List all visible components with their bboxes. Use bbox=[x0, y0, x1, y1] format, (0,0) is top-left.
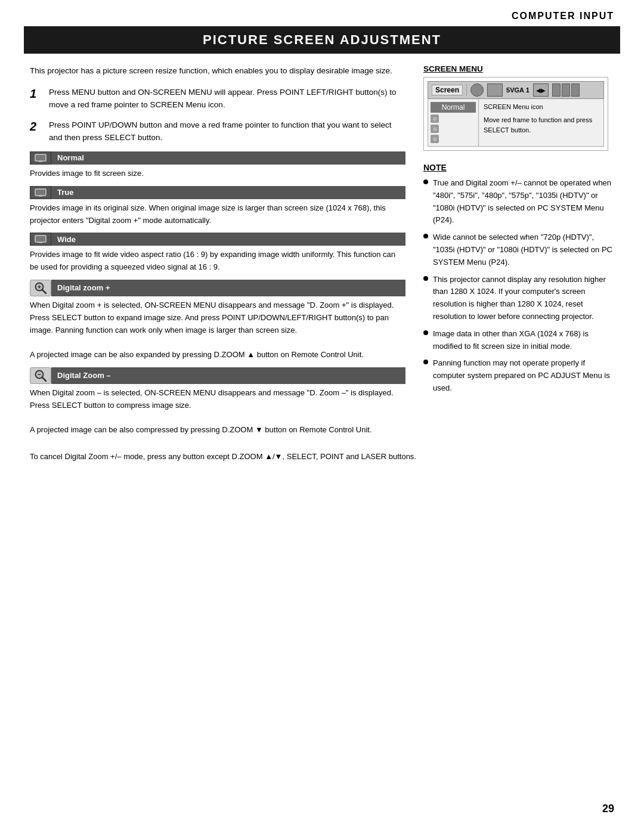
screen-menu-section: SCREEN MENU Screen 5VGA 1 ◀▶ bbox=[423, 64, 614, 151]
function-true-description: Provides image in its original size. Whe… bbox=[30, 202, 405, 227]
svg-rect-4 bbox=[35, 236, 46, 242]
step-2: 2 Press POINT UP/DOWN button and move a … bbox=[30, 119, 405, 144]
function-wide-header: Wide bbox=[30, 233, 405, 246]
note-bullet-4 bbox=[423, 330, 428, 335]
note-text-1: True and Digital zoom +/– cannot be oper… bbox=[433, 177, 614, 227]
svg-rect-2 bbox=[35, 189, 46, 196]
menu-screen-tab: Screen bbox=[432, 85, 463, 95]
function-dzoom-plus-description: When Digital zoom + is selected, ON-SCRE… bbox=[30, 299, 405, 361]
step-1-text: Press MENU button and ON-SCREEN MENU wil… bbox=[49, 86, 405, 112]
signal-label: 5VGA 1 bbox=[506, 86, 530, 94]
step-2-text: Press POINT UP/DOWN button and move a re… bbox=[49, 119, 405, 144]
note-item-3: This projector cannot display any resolu… bbox=[423, 274, 614, 323]
screen-menu-label: SCREEN MENU bbox=[423, 64, 614, 73]
note-item-1: True and Digital zoom +/– cannot be oper… bbox=[423, 177, 614, 227]
svg-rect-0 bbox=[35, 154, 46, 161]
function-dzoom-minus-description: When Digital zoom – is selected, ON-SCRE… bbox=[30, 387, 405, 436]
svg-rect-3 bbox=[39, 196, 42, 197]
computer-input-label: COMPUTER INPUT bbox=[512, 11, 614, 21]
note-item-4: Image data in other than XGA (1024 x 768… bbox=[423, 328, 614, 353]
annotation-screen-menu-icon: SCREEN Menu icon bbox=[484, 102, 599, 113]
right-column: SCREEN MENU Screen 5VGA 1 ◀▶ bbox=[423, 64, 614, 442]
note-item-2: Wide cannot be selected when "720p (HDTV… bbox=[423, 231, 614, 268]
page-title: PICTURE SCREEN ADJUSTMENT bbox=[36, 32, 608, 48]
function-dzoom-plus-header: Digital zoom + bbox=[30, 280, 405, 296]
intro-text: This projector has a picture screen resi… bbox=[30, 64, 405, 78]
zoom-icon-minus bbox=[30, 367, 51, 384]
title-bar: PICTURE SCREEN ADJUSTMENT bbox=[24, 26, 620, 54]
function-normal-label: Normal bbox=[51, 151, 405, 165]
note-bullet-2 bbox=[423, 234, 428, 239]
svg-rect-5 bbox=[39, 242, 42, 243]
page-container: COMPUTER INPUT PICTURE SCREEN ADJUSTMENT… bbox=[0, 0, 644, 833]
function-true: True Provides image in its original size… bbox=[30, 186, 405, 227]
main-content: This projector has a picture screen resi… bbox=[0, 54, 644, 442]
function-dzoom-plus-label: Digital zoom + bbox=[51, 280, 405, 296]
note-bullet-1 bbox=[423, 179, 428, 184]
screen-menu-diagram: Screen 5VGA 1 ◀▶ bbox=[423, 77, 608, 151]
page-number: 29 bbox=[602, 803, 614, 815]
function-true-header: True bbox=[30, 186, 405, 199]
note-title: NOTE bbox=[423, 163, 614, 172]
cancel-note-section: To cancel Digital Zoom +/– mode, press a… bbox=[0, 451, 644, 463]
function-normal: Normal Provides image to fit screen size… bbox=[30, 151, 405, 180]
zoom-icon-plus bbox=[30, 280, 51, 296]
function-normal-header: Normal bbox=[30, 151, 405, 165]
note-item-5: Panning function may not operate properl… bbox=[423, 357, 614, 394]
computer-input-header: COMPUTER INPUT bbox=[0, 0, 644, 26]
step-2-number: 2 bbox=[30, 119, 43, 144]
annotation-move-red-frame: Move red frame to function and press SEL… bbox=[484, 115, 599, 136]
function-normal-description: Provides image to fit screen size. bbox=[30, 168, 405, 180]
note-bullet-5 bbox=[423, 360, 428, 364]
note-text-5: Panning function may not operate properl… bbox=[433, 357, 614, 394]
monitor-icon-normal bbox=[30, 151, 51, 165]
note-text-3: This projector cannot display any resolu… bbox=[433, 274, 614, 323]
menu-normal-item: Normal bbox=[431, 102, 476, 113]
note-bullet-3 bbox=[423, 276, 428, 281]
monitor-icon-true bbox=[30, 186, 51, 199]
svg-line-9 bbox=[42, 289, 47, 293]
function-wide: Wide Provides image to fit wide video as… bbox=[30, 233, 405, 274]
svg-rect-1 bbox=[39, 161, 42, 162]
function-true-label: True bbox=[51, 186, 405, 199]
function-wide-description: Provides image to fit wide video aspect … bbox=[30, 249, 405, 274]
step-1-number: 1 bbox=[30, 86, 43, 112]
left-column: This projector has a picture screen resi… bbox=[30, 64, 405, 442]
function-digital-zoom-minus: Digital Zoom – When Digital zoom – is se… bbox=[30, 367, 405, 436]
function-wide-label: Wide bbox=[51, 233, 405, 246]
note-section: NOTE True and Digital zoom +/– cannot be… bbox=[423, 163, 614, 395]
svg-line-12 bbox=[42, 377, 47, 381]
function-dzoom-minus-header: Digital Zoom – bbox=[30, 367, 405, 384]
function-digital-zoom-plus: Digital zoom + When Digital zoom + is se… bbox=[30, 280, 405, 361]
cancel-note: To cancel Digital Zoom +/– mode, press a… bbox=[30, 451, 614, 463]
step-1: 1 Press MENU button and ON-SCREEN MENU w… bbox=[30, 86, 405, 112]
note-text-4: Image data in other than XGA (1024 x 768… bbox=[433, 328, 614, 353]
function-dzoom-minus-label: Digital Zoom – bbox=[51, 367, 405, 384]
note-text-2: Wide cannot be selected when "720p (HDTV… bbox=[433, 231, 614, 268]
monitor-icon-wide bbox=[30, 233, 51, 246]
